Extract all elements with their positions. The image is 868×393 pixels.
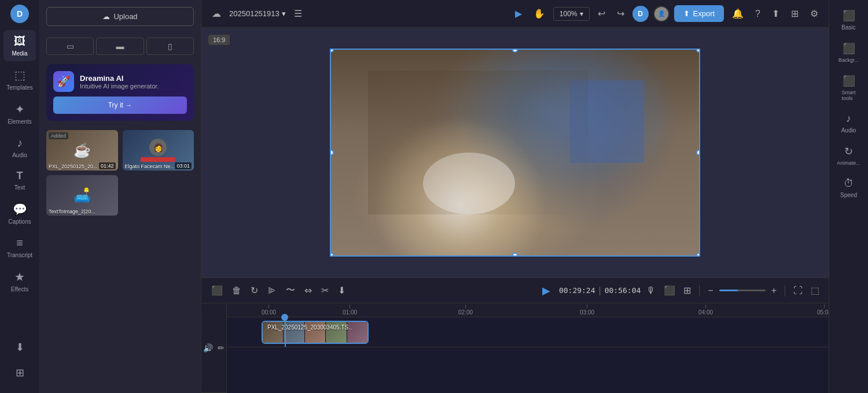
handle-bottom-mid[interactable] xyxy=(512,253,518,257)
track-volume-button[interactable]: 🔊 xyxy=(202,342,214,354)
timeline-ruler: 00:00 01:00 02:00 03:00 04:00 xyxy=(227,303,829,317)
layout-button[interactable]: ⊞ xyxy=(788,5,802,23)
handle-mid-right[interactable] xyxy=(696,150,700,155)
hand-icon: ✋ xyxy=(534,8,545,19)
sidebar-item-media[interactable]: 🖼 Media xyxy=(3,30,36,61)
left-sidebar: D 🖼 Media ⬚ Templates ✦ Elements ♪ Audio… xyxy=(0,0,39,393)
view-portrait-button[interactable]: ▯ xyxy=(146,38,194,55)
try-it-button[interactable]: Try it → xyxy=(53,97,187,114)
redo-button[interactable]: ↪ xyxy=(613,5,628,23)
timeline-time-display: ▶ 00:29:24 | 00:56:04 xyxy=(537,281,641,300)
settings-button[interactable]: ⚙ xyxy=(807,5,822,23)
tl-download-button[interactable]: ⬇ xyxy=(335,282,348,299)
tl-wave-button[interactable]: 〜 xyxy=(283,281,298,299)
project-menu-button[interactable]: ☰ xyxy=(290,5,306,23)
audio-icon: ♪ xyxy=(17,136,23,150)
layout-icon: ⊞ xyxy=(791,8,799,19)
flip2-icon: ⇔ xyxy=(304,286,312,295)
elements-icon: ✦ xyxy=(15,102,25,116)
export-button[interactable]: ⬆ Export xyxy=(674,5,724,22)
ruler-mark-1: 01:00 xyxy=(343,305,357,316)
user-avatar[interactable]: D xyxy=(10,5,29,23)
timeline-play-button[interactable]: ▶ xyxy=(537,281,556,300)
tl-align-button[interactable]: ⬛ xyxy=(208,282,226,299)
hand-tool-button[interactable]: ✋ xyxy=(530,5,549,23)
undo-button[interactable]: ↩ xyxy=(594,5,609,23)
sidebar-item-captions[interactable]: 💬 Captions xyxy=(3,198,36,229)
tablet-icon: ▭ xyxy=(67,42,74,51)
sidebar-item-effects[interactable]: ★ Effects xyxy=(3,265,36,297)
collaborator-avatar[interactable]: 👤 xyxy=(653,6,670,22)
sidebar-item-transcript[interactable]: ≡ Transcript xyxy=(3,232,36,263)
sidebar-item-elements[interactable]: ✦ Elements xyxy=(3,98,36,129)
right-panel-audio[interactable]: ♪ Audio xyxy=(833,108,865,138)
right-panel-basic[interactable]: ⬛ Basic xyxy=(833,5,865,35)
total-time: 00:56:04 xyxy=(605,286,641,295)
track-row-1: PXL_20250125_203003405.TS... xyxy=(227,317,829,347)
wave-icon: 〜 xyxy=(286,285,295,295)
ai-banner: 🚀 Dreamina AI Intuitive AI image generat… xyxy=(46,64,194,121)
more-icon: ⬇ xyxy=(16,341,24,354)
view-tablet-button[interactable]: ▭ xyxy=(46,38,94,55)
upload-cloud-icon: ☁ xyxy=(102,12,110,21)
animate-icon: ↻ xyxy=(844,145,853,158)
transcript-icon: ≡ xyxy=(16,236,23,250)
play-mode-button[interactable]: ▶ xyxy=(512,5,525,23)
right-panel-smart-tools[interactable]: ⬛ Smarttools xyxy=(833,70,865,106)
tl-fullscreen-button[interactable]: ⛶ xyxy=(791,283,805,298)
zoom-selector[interactable]: 100% ▾ xyxy=(553,7,590,21)
handle-top-right[interactable] xyxy=(696,49,700,53)
media-panel: ☁ Upload ▭ ▬ ▯ 🚀 Dreamina AI Intuitive A… xyxy=(39,0,201,393)
project-chevron-icon: ▾ xyxy=(282,9,286,18)
media-item-1[interactable]: ☕ Added 01:42 PXL_20250125_20... xyxy=(46,130,118,170)
save-cloud-button[interactable]: ☁ xyxy=(208,5,225,23)
tl-minus-button[interactable]: − xyxy=(705,283,715,298)
right-panel-background[interactable]: ⬛ Backgr... xyxy=(833,38,865,68)
track-controls: 🔊 ✏ xyxy=(201,303,227,393)
video-clip-1[interactable]: PXL_20250125_203003405.TS... xyxy=(262,321,369,344)
media-row-2: 🛋️ TextToImage_2|20... xyxy=(46,175,194,216)
tl-delete-button[interactable]: 🗑 xyxy=(229,283,244,299)
media-icon: 🖼 xyxy=(14,35,25,48)
help-button[interactable]: ? xyxy=(752,5,764,23)
notifications-button[interactable]: 🔔 xyxy=(729,5,747,23)
zoom-slider[interactable] xyxy=(719,290,766,291)
media-item-3[interactable]: 🛋️ TextToImage_2|20... xyxy=(46,175,118,216)
tl-audio-clip-button[interactable]: ⬛ xyxy=(661,283,678,298)
filename-label-2: Elgato Facecam Ne... xyxy=(125,164,175,169)
tl-split2-button[interactable]: ⫸ xyxy=(264,283,279,299)
canvas-frame[interactable]: ⬛ ✂ ↻ ⤡ ↔ ↕ xyxy=(330,49,700,257)
view-landscape-button[interactable]: ▬ xyxy=(96,38,144,55)
redo-icon: ↪ xyxy=(617,8,624,19)
zoom-chevron-icon: ▾ xyxy=(580,10,583,18)
tl-voiceover-button[interactable]: ⊞ xyxy=(681,283,693,298)
duration-badge-2: 03:01 xyxy=(175,162,192,169)
handle-bottom-right[interactable] xyxy=(696,253,700,257)
share-button[interactable]: ⬆ xyxy=(768,5,783,23)
project-name[interactable]: 202501251913 ▾ xyxy=(229,9,286,18)
right-panel-animate[interactable]: ↻ Animate... xyxy=(833,140,865,170)
tl-plus-button[interactable]: + xyxy=(769,283,779,298)
tl-loop-button[interactable]: ↻ xyxy=(248,282,261,299)
tl-flip2-button[interactable]: ⇔ xyxy=(301,282,315,299)
canvas-video-frame xyxy=(331,50,699,255)
background-icon: ⬛ xyxy=(843,42,855,55)
canvas-rotate-handle[interactable]: ↻ xyxy=(512,256,519,257)
cloud-save-icon: ☁ xyxy=(212,8,221,19)
sidebar-item-templates[interactable]: ⬚ Templates xyxy=(3,64,36,95)
track-edit-button[interactable]: ✏ xyxy=(216,342,226,354)
tl-scissors-button[interactable]: ✂ xyxy=(318,282,332,299)
handle-bottom-left[interactable] xyxy=(330,253,334,257)
right-panel-speed[interactable]: ⏱ Speed xyxy=(833,173,865,203)
clip-label: PXL_20250125_203003405.TS... xyxy=(267,324,351,331)
upload-button[interactable]: ☁ Upload xyxy=(46,7,194,26)
sidebar-item-grid[interactable]: ⊞ xyxy=(3,362,36,384)
sidebar-item-audio[interactable]: ♪ Audio xyxy=(3,132,36,163)
sidebar-item-more[interactable]: ⬇ xyxy=(3,336,36,358)
tl-captions2-button[interactable]: ⬚ xyxy=(808,283,822,298)
tl-mic-button[interactable]: 🎙 xyxy=(644,283,658,298)
sidebar-item-text[interactable]: T Text xyxy=(3,165,36,195)
effects-icon: ★ xyxy=(14,270,25,284)
current-user-avatar[interactable]: D xyxy=(632,6,649,22)
media-item-2[interactable]: 👩 03:01 Elgato Facecam Ne... xyxy=(123,130,194,170)
